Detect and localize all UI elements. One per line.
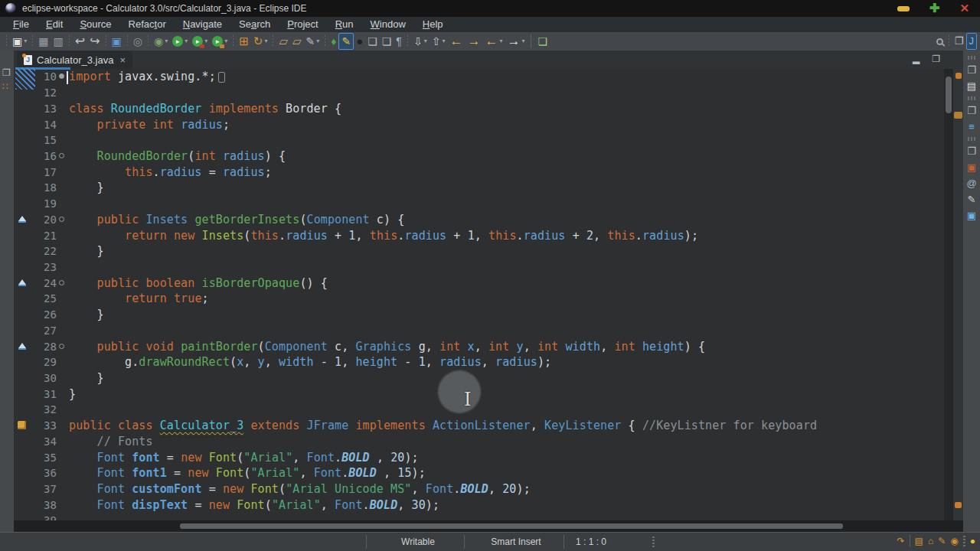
book-icon[interactable]: ▤: [915, 536, 923, 546]
undo-arrow-icon[interactable]: ↩: [73, 33, 87, 50]
code-line-22[interactable]: 22 }: [14, 243, 944, 259]
coverage-icon[interactable]: ▸▾: [190, 33, 210, 50]
code-line-10[interactable]: 10import javax.swing.*;: [14, 69, 944, 85]
menu-search[interactable]: Search: [230, 17, 279, 32]
save-icon[interactable]: ▦: [36, 33, 51, 50]
vertical-scrollbar-thumb[interactable]: [946, 77, 952, 113]
chevron-down-icon[interactable]: ▾: [424, 33, 427, 50]
chevron-down-icon[interactable]: ▾: [316, 33, 319, 50]
folded-region-indicator[interactable]: [218, 72, 225, 83]
overview-warning-marker[interactable]: [956, 73, 962, 79]
tab-close-icon[interactable]: ×: [119, 54, 126, 66]
fold-marker[interactable]: [59, 153, 64, 158]
code-line-29[interactable]: 29 g.drawRoundRect(x, y, width - 1, heig…: [14, 354, 944, 370]
code-line-17[interactable]: 17 this.radius = radius;: [14, 164, 944, 180]
restore-view-3-icon[interactable]: ❐: [967, 143, 976, 159]
menu-navigate[interactable]: Navigate: [175, 17, 230, 32]
override-marker-icon[interactable]: [18, 216, 26, 221]
new-java-project-icon[interactable]: ⊞: [237, 33, 251, 50]
declaration-view-icon[interactable]: ✎: [968, 191, 976, 207]
code-line-18[interactable]: 18 }: [14, 180, 944, 196]
chevron-down-icon[interactable]: ▾: [185, 33, 188, 50]
editor-maximize-icon[interactable]: ❐: [932, 54, 940, 64]
restore-editor-icon[interactable]: ❐: [967, 62, 976, 78]
console-window-icon[interactable]: ▣: [109, 33, 124, 50]
format-pencil-icon[interactable]: ✎▾: [304, 33, 322, 50]
tab-calculator-3-java[interactable]: J Calculator_3.java ×: [17, 51, 132, 69]
search-dim-icon[interactable]: ◎: [131, 33, 145, 50]
open-type-icon[interactable]: ▱: [276, 33, 290, 50]
code-line-32[interactable]: 32: [14, 402, 944, 418]
code-line-23[interactable]: 23: [14, 259, 944, 276]
code-line-25[interactable]: 25 return true;: [14, 291, 944, 307]
task-list-view-icon[interactable]: ≡: [969, 119, 975, 135]
show-whitespace-icon[interactable]: ¶: [394, 33, 404, 50]
code-editor[interactable]: 10import javax.swing.*;1213class Rounded…: [14, 69, 944, 520]
code-line-38[interactable]: 38 Font dispText = new Font("Arial", Fon…: [14, 497, 944, 513]
mark-occurrences-icon[interactable]: ✎: [338, 33, 354, 50]
javadoc-view-icon[interactable]: @: [966, 175, 976, 191]
code-line-20[interactable]: 20 public Insets getBorderInsets(Compone…: [14, 211, 944, 227]
code-line-13[interactable]: 13class RoundedBorder implements Border …: [14, 100, 944, 116]
chevron-down-icon[interactable]: ▾: [24, 33, 27, 50]
go-into-icon[interactable]: ⇧▾: [430, 33, 448, 50]
minimize-button[interactable]: [897, 6, 910, 11]
menu-refactor[interactable]: Refactor: [120, 17, 175, 32]
toolbar-search-icon[interactable]: [934, 33, 946, 50]
forward-history-icon[interactable]: →▾: [505, 33, 527, 50]
pin-editor-icon[interactable]: ♦: [328, 33, 338, 50]
code-line-35[interactable]: 35 Font font = new Font("Arial", Font.BO…: [14, 449, 944, 465]
code-line-21[interactable]: 21 return new Insets(this.radius + 1, th…: [14, 227, 944, 243]
override-marker-icon[interactable]: [18, 343, 26, 348]
code-line-16[interactable]: 16 RoundedBorder(int radius) {: [14, 148, 944, 165]
warning-marker-icon[interactable]: [18, 421, 26, 429]
vertical-scrollbar[interactable]: [944, 69, 953, 520]
code-line-12[interactable]: 12: [14, 85, 944, 101]
menu-file[interactable]: File: [5, 17, 38, 32]
save-all-icon[interactable]: ▥: [51, 33, 65, 50]
override-marker-icon[interactable]: [18, 279, 26, 285]
maximize-button[interactable]: ✚: [929, 3, 939, 14]
code-line-15[interactable]: 15: [14, 132, 944, 148]
debug-icon[interactable]: ◉▾: [152, 33, 170, 50]
fold-marker[interactable]: [59, 73, 64, 79]
view-stack-handle[interactable]: [968, 96, 975, 100]
code-line-28[interactable]: 28 public void paintBorder(Component c, …: [14, 338, 944, 354]
horizontal-scrollbar-thumb[interactable]: [180, 523, 843, 529]
external-tools-icon[interactable]: ▸▾: [210, 33, 230, 50]
console-view-icon[interactable]: ▣: [967, 207, 976, 223]
chevron-down-icon[interactable]: ▾: [224, 33, 227, 50]
overview-warning-marker[interactable]: [955, 502, 962, 508]
view-stack-handle[interactable]: [968, 137, 975, 141]
code-line-37[interactable]: 37 Font customFont = new Font("Arial Uni…: [14, 481, 944, 497]
last-edit-location-icon[interactable]: ❏: [535, 33, 550, 50]
fold-marker[interactable]: [59, 217, 64, 222]
run-icon[interactable]: ▸▾: [170, 33, 190, 50]
code-line-19[interactable]: 19: [14, 196, 944, 212]
overview-ruler[interactable]: [953, 69, 963, 520]
outline-view-icon[interactable]: ▤: [967, 78, 976, 94]
back-history-icon[interactable]: ←▾: [482, 33, 505, 50]
open-perspective-icon[interactable]: ❐: [952, 33, 966, 50]
hat-icon[interactable]: ⌂: [928, 536, 933, 546]
forward-icon[interactable]: →: [465, 33, 482, 50]
restore-view-icon[interactable]: ❐: [2, 67, 11, 78]
problems-view-icon[interactable]: ▣: [967, 159, 976, 175]
chevron-down-icon[interactable]: ▾: [499, 33, 502, 50]
redo-arrow-icon[interactable]: ↪: [87, 33, 102, 50]
dark-blob-icon[interactable]: ●: [354, 33, 365, 50]
minimized-explorer-icon[interactable]: ∷: [2, 81, 8, 92]
badge-icon[interactable]: ◉: [950, 536, 958, 546]
code-line-27[interactable]: 27: [14, 323, 944, 339]
view-stack-handle[interactable]: [968, 56, 975, 60]
menu-source[interactable]: Source: [71, 17, 119, 32]
code-line-14[interactable]: 14 private int radius;: [14, 116, 944, 132]
chevron-down-icon[interactable]: ▾: [442, 33, 445, 50]
menu-help[interactable]: Help: [414, 17, 452, 32]
menu-project[interactable]: Project: [279, 17, 326, 32]
open-resource-icon[interactable]: ▱: [290, 33, 304, 50]
java-perspective-icon[interactable]: J: [966, 33, 978, 50]
menu-window[interactable]: Window: [362, 17, 414, 32]
horizontal-scrollbar[interactable]: [14, 520, 963, 532]
chevron-down-icon[interactable]: ▾: [165, 33, 168, 50]
